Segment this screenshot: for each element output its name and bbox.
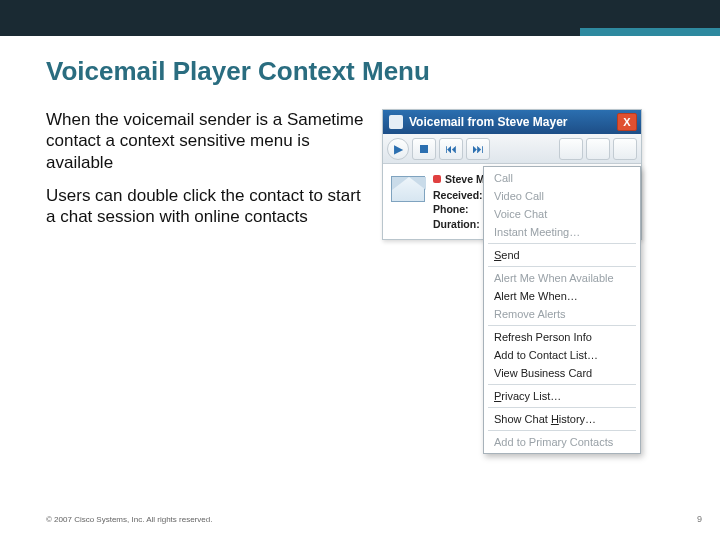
slide-content: Voicemail Player Context Menu When the v… xyxy=(0,36,720,240)
prev-icon: ⏮ xyxy=(445,142,457,156)
duration-label: Duration: xyxy=(433,217,487,231)
next-button[interactable]: ⏭ xyxy=(466,138,490,160)
slide-para-1: When the voicemail sender is a Sametime … xyxy=(46,109,366,173)
app-icon xyxy=(389,115,403,129)
menu-item: Add to Primary Contacts xyxy=(484,433,640,451)
menu-item: Video Call xyxy=(484,187,640,205)
accent-stripe xyxy=(580,28,720,36)
slide-text-column: When the voicemail sender is a Sametime … xyxy=(46,109,366,240)
toolbar-extra-2[interactable] xyxy=(586,138,610,160)
context-menu: CallVideo CallVoice ChatInstant Meeting…… xyxy=(483,166,641,454)
close-icon: X xyxy=(623,116,630,128)
menu-item: Instant Meeting… xyxy=(484,223,640,241)
menu-separator xyxy=(488,430,636,431)
received-label: Received: xyxy=(433,188,487,202)
toolbar-extra-1[interactable] xyxy=(559,138,583,160)
menu-item[interactable]: Add to Contact List… xyxy=(484,346,640,364)
slide-title: Voicemail Player Context Menu xyxy=(46,56,684,87)
presence-icon xyxy=(433,175,441,183)
next-icon: ⏭ xyxy=(472,142,484,156)
menu-item[interactable]: Send xyxy=(484,246,640,264)
copyright-footer: © 2007 Cisco Systems, Inc. All rights re… xyxy=(46,515,212,524)
stop-button[interactable] xyxy=(412,138,436,160)
page-number: 9 xyxy=(697,514,702,524)
window-title: Voicemail from Steve Mayer xyxy=(409,115,611,129)
menu-item: Remove Alerts xyxy=(484,305,640,323)
menu-item[interactable]: Privacy List… xyxy=(484,387,640,405)
stop-icon xyxy=(420,145,428,153)
phone-label: Phone: xyxy=(433,202,487,216)
mail-icon xyxy=(391,176,425,202)
close-button[interactable]: X xyxy=(617,113,637,131)
player-toolbar: ▶ ⏮ ⏭ xyxy=(383,134,641,164)
menu-separator xyxy=(488,325,636,326)
toolbar-extra-3[interactable] xyxy=(613,138,637,160)
menu-item[interactable]: Refresh Person Info xyxy=(484,328,640,346)
menu-item: Voice Chat xyxy=(484,205,640,223)
slide-top-bar xyxy=(0,0,720,36)
slide-para-2: Users can double click the contact to st… xyxy=(46,185,366,228)
voicemail-window: Voicemail from Steve Mayer X ▶ ⏮ ⏭ xyxy=(382,109,642,240)
screenshot-column: Voicemail from Steve Mayer X ▶ ⏮ ⏭ xyxy=(382,109,684,240)
menu-item[interactable]: View Business Card xyxy=(484,364,640,382)
play-button[interactable]: ▶ xyxy=(387,138,409,160)
menu-separator xyxy=(488,266,636,267)
menu-item[interactable]: Alert Me When… xyxy=(484,287,640,305)
menu-item[interactable]: Show Chat History… xyxy=(484,410,640,428)
prev-button[interactable]: ⏮ xyxy=(439,138,463,160)
menu-separator xyxy=(488,407,636,408)
menu-item: Alert Me When Available xyxy=(484,269,640,287)
play-icon: ▶ xyxy=(394,142,403,156)
menu-item: Call xyxy=(484,169,640,187)
menu-separator xyxy=(488,243,636,244)
window-titlebar: Voicemail from Steve Mayer X xyxy=(383,110,641,134)
menu-separator xyxy=(488,384,636,385)
